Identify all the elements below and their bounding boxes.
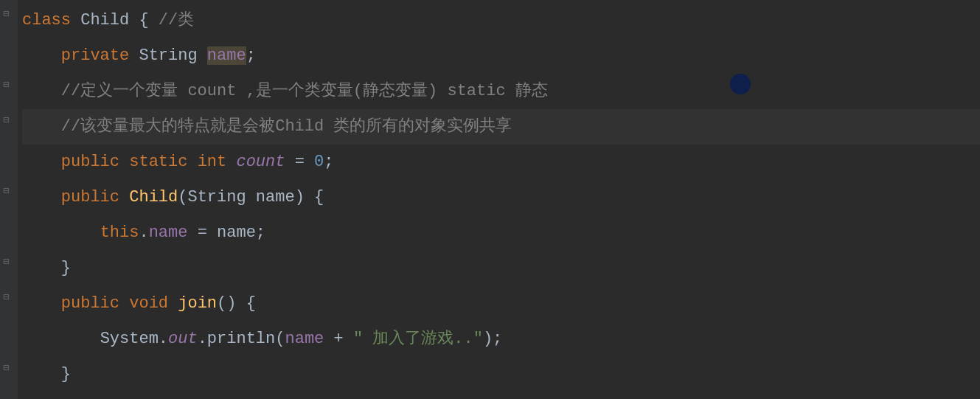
field-name: name: [149, 223, 188, 242]
code-line: this.name = name;: [22, 215, 980, 251]
plus-op: +: [324, 330, 353, 348]
equals: =: [285, 153, 314, 171]
field-name: name: [285, 330, 324, 348]
code-line: public static int count = 0;: [22, 145, 980, 180]
fold-mark[interactable]: ⊟: [3, 187, 13, 195]
fold-mark[interactable]: ⊟: [3, 117, 13, 124]
editor-gutter: ⊟ ⊟ ⊟ ⊟ ⊟ ⊟ ⊟: [0, 0, 18, 399]
code-line: public void join() {: [22, 286, 980, 322]
keyword-void: void: [129, 294, 168, 313]
comment: //该变量最大的特点就是会被Child 类的所有的对象实例共享: [61, 117, 512, 136]
code-line: }: [22, 251, 980, 286]
code-line: //定义一个变量 count ,是一个类变量(静态变量) static 静态: [22, 74, 980, 109]
code-line: class Child { //类: [22, 3, 980, 38]
system-ref: System.: [100, 330, 168, 348]
number-literal: 0: [314, 153, 324, 171]
class-name: Child: [80, 11, 129, 30]
brace-close: }: [61, 259, 71, 277]
semicolon: ;: [246, 46, 256, 65]
field-name: name: [207, 46, 246, 65]
keyword-public: public: [61, 153, 119, 171]
code-line-current: //该变量最大的特点就是会被Child 类的所有的对象实例共享: [22, 109, 980, 145]
string-literal: " 加入了游戏..": [353, 330, 483, 348]
params: (String name) {: [178, 188, 324, 207]
code-line: private String name;: [22, 38, 980, 74]
keyword-public: public: [61, 294, 119, 313]
blue-indicator-dot: [730, 74, 751, 94]
keyword-private: private: [61, 46, 129, 65]
fold-mark[interactable]: ⊟: [3, 364, 13, 372]
dot: .: [139, 223, 148, 242]
keyword-static: static: [129, 153, 187, 171]
keyword-int: int: [198, 153, 227, 171]
method-name: join: [178, 294, 217, 313]
fold-mark[interactable]: ⊟: [3, 10, 13, 18]
static-field: count: [236, 153, 285, 171]
fold-mark[interactable]: ⊟: [3, 258, 13, 266]
comment: //定义一个变量 count ,是一个类变量(静态变量) static 静态: [61, 82, 548, 100]
code-editor[interactable]: class Child { //类 private String name; /…: [0, 0, 980, 392]
fold-mark[interactable]: ⊟: [3, 294, 13, 301]
brace-close: }: [61, 365, 71, 384]
code-line: System.out.println(name + " 加入了游戏..");: [22, 322, 980, 357]
keyword-public: public: [61, 188, 119, 207]
brace: {: [129, 11, 159, 30]
close-call: );: [483, 330, 502, 348]
semicolon: ;: [324, 153, 333, 171]
fold-mark[interactable]: ⊟: [3, 81, 13, 89]
code-line: public Child(String name) {: [22, 180, 980, 215]
keyword-class: class: [22, 11, 71, 30]
params: () {: [217, 294, 256, 313]
out-field: out: [168, 330, 198, 348]
constructor-name: Child: [129, 188, 178, 207]
assign: = name;: [187, 223, 265, 242]
type-string: String: [139, 46, 197, 65]
keyword-this: this: [100, 223, 139, 242]
comment: //类: [159, 11, 194, 30]
code-line: }: [22, 357, 980, 392]
println-call: .println(: [198, 330, 285, 348]
